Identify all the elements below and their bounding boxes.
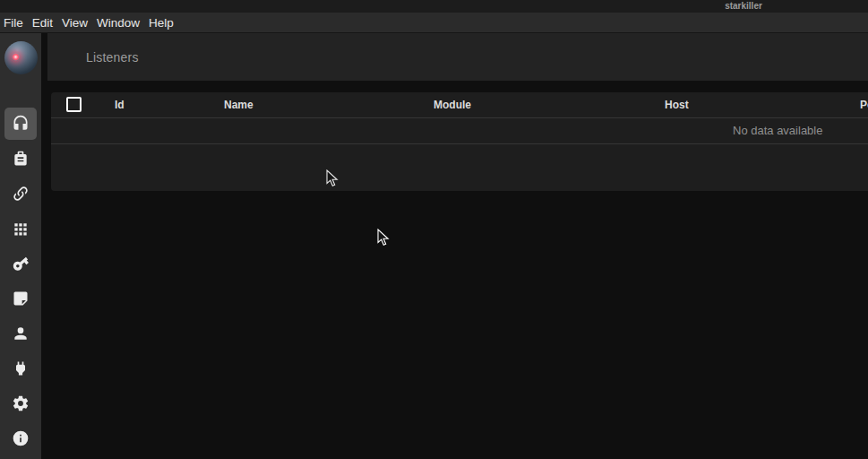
sidebar-item-about[interactable]: [0, 420, 41, 455]
suitcase-icon: [4, 143, 37, 175]
sidebar-nav: [0, 106, 41, 455]
sidebar-item-settings[interactable]: [0, 385, 41, 420]
sidebar-item-credentials[interactable]: [0, 246, 41, 281]
mouse-cursor-icon: [377, 229, 390, 247]
column-header-host[interactable]: Host: [665, 92, 689, 117]
person-icon: [4, 317, 37, 350]
menu-window[interactable]: Window: [97, 16, 140, 30]
grid-icon: [4, 212, 37, 245]
column-header-port[interactable]: Port: [860, 92, 868, 117]
os-title-bar: starkiller: [0, 0, 868, 13]
sidebar-item-stagers[interactable]: [0, 141, 41, 176]
headphones-icon: [4, 108, 37, 140]
note-icon: [4, 282, 37, 315]
gear-icon: [4, 387, 37, 420]
sidebar-item-agents[interactable]: [0, 176, 41, 211]
sidebar-item-listeners[interactable]: [0, 106, 41, 141]
table-header-row: Id Name Module Host Port: [51, 92, 868, 118]
no-data-text: No data available: [733, 118, 822, 143]
sidebar: [0, 33, 41, 459]
sidebar-item-modules[interactable]: [0, 211, 41, 246]
select-all-checkbox[interactable]: [66, 97, 82, 112]
sidebar-item-reporting[interactable]: [0, 281, 41, 316]
sidebar-item-users[interactable]: [0, 316, 41, 351]
menu-help[interactable]: Help: [149, 16, 174, 30]
menu-file[interactable]: File: [4, 16, 23, 30]
link-icon: [4, 178, 37, 210]
window-title: starkiller: [725, 0, 762, 13]
plug-icon: [4, 352, 37, 385]
menu-bar: File Edit View Window Help: [0, 13, 868, 33]
sidebar-item-plugins[interactable]: [0, 351, 41, 385]
info-icon: [4, 422, 37, 455]
empty-state-row: No data available: [51, 118, 868, 144]
starkiller-logo: [4, 41, 38, 74]
column-header-module[interactable]: Module: [434, 92, 471, 117]
menu-edit[interactable]: Edit: [32, 16, 53, 30]
key-icon: [4, 247, 37, 280]
listeners-table: Id Name Module Host Port No data availab…: [51, 92, 868, 191]
page-toolbar: Listeners: [47, 33, 868, 81]
column-header-name[interactable]: Name: [224, 92, 254, 117]
page-title: Listeners: [86, 50, 139, 65]
menu-view[interactable]: View: [62, 16, 88, 30]
column-header-id[interactable]: Id: [115, 92, 125, 117]
table-footer: [51, 144, 868, 191]
